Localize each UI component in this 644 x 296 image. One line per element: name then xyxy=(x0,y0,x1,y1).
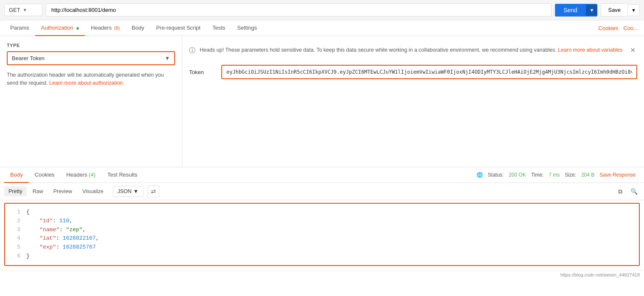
code-line-4: 4 "iat": 1628822167, xyxy=(5,234,639,243)
size-value: 204 B xyxy=(581,172,594,178)
save-button-group: Save ▼ xyxy=(601,3,640,17)
tab-authorization-label: Authorization xyxy=(41,25,73,31)
alert-close-icon[interactable]: ✕ xyxy=(628,46,637,54)
wrap-button[interactable]: ⇄ xyxy=(148,185,159,197)
format-bar: Pretty Raw Preview Visualize JSON ▼ ⇄ ⧉ … xyxy=(0,183,644,200)
alert-message: Heads up! These parameters hold sensitiv… xyxy=(200,47,557,53)
status-label: Status: xyxy=(488,172,504,178)
learn-variables-link[interactable]: Learn more about variables xyxy=(558,47,622,53)
search-button[interactable]: 🔍 xyxy=(628,185,640,197)
code-line-2: 2 "id": 110, xyxy=(5,217,639,226)
response-tab-headers[interactable]: Headers (4) xyxy=(61,167,102,183)
authorization-dot xyxy=(76,27,79,30)
alert-box: ⓘ Heads up! These parameters hold sensit… xyxy=(189,42,637,59)
tab-tests[interactable]: Tests xyxy=(206,20,231,36)
coo-link[interactable]: Coo... xyxy=(622,21,640,36)
format-tab-visualize[interactable]: Visualize xyxy=(78,186,108,196)
alert-text: Heads up! These parameters hold sensitiv… xyxy=(200,46,624,54)
save-button[interactable]: Save xyxy=(601,3,627,17)
auth-description: The authorization header will be automat… xyxy=(7,71,175,87)
method-label: GET xyxy=(9,7,20,13)
response-tabs: Body Cookies Headers (4) Test Results 🌐 … xyxy=(0,167,644,183)
response-code-area[interactable]: 1 { 2 "id": 110, 3 "name": "zep", 4 "iat… xyxy=(4,203,640,266)
token-row: Token xyxy=(189,65,637,79)
response-tab-cookies[interactable]: Cookies xyxy=(29,167,61,183)
copy-button[interactable]: ⧉ xyxy=(614,185,626,197)
learn-more-link[interactable]: Learn more about authorization xyxy=(49,80,123,86)
format-chevron-icon: ▼ xyxy=(133,188,138,194)
headers-badge: (8) xyxy=(114,25,120,30)
time-label: Time: xyxy=(531,172,544,178)
method-select[interactable]: GET ▼ xyxy=(4,4,42,16)
save-response-link[interactable]: Save Response xyxy=(599,172,636,178)
code-line-1: 1 { xyxy=(5,208,639,217)
response-headers-badge: (4) xyxy=(89,172,95,178)
time-value: 7 ms xyxy=(549,172,560,178)
send-button[interactable]: Send xyxy=(555,4,586,17)
url-bar: GET ▼ Send ▼ Save ▼ xyxy=(0,0,644,20)
response-section: Body Cookies Headers (4) Test Results 🌐 … xyxy=(0,167,644,270)
save-dropdown-button[interactable]: ▼ xyxy=(627,4,640,16)
auth-left-panel: TYPE Bearer Token ▼ The authorization he… xyxy=(0,36,182,167)
tab-authorization[interactable]: Authorization xyxy=(35,20,85,36)
alert-icon: ⓘ xyxy=(189,47,195,55)
response-tab-body[interactable]: Body xyxy=(4,167,29,183)
format-tab-preview[interactable]: Preview xyxy=(49,186,76,196)
send-button-group: Send ▼ xyxy=(555,4,598,17)
auth-right-panel: ⓘ Heads up! These parameters hold sensit… xyxy=(182,36,644,167)
code-line-6: 6 } xyxy=(5,252,639,261)
status-value: 200 OK xyxy=(509,172,526,178)
token-input[interactable] xyxy=(221,65,637,79)
cookies-link[interactable]: Cookies xyxy=(595,21,622,36)
globe-icon: 🌐 xyxy=(477,172,483,178)
response-tab-test-results[interactable]: Test Results xyxy=(101,167,143,183)
type-chevron-icon: ▼ xyxy=(164,55,170,61)
tab-settings[interactable]: Settings xyxy=(231,20,263,36)
type-label: TYPE xyxy=(7,43,175,48)
send-dropdown-button[interactable]: ▼ xyxy=(586,5,598,16)
code-line-3: 3 "name": "zep", xyxy=(5,226,639,235)
url-input[interactable] xyxy=(46,3,552,17)
main-content: TYPE Bearer Token ▼ The authorization he… xyxy=(0,36,644,167)
response-meta: 🌐 Status: 200 OK Time: 7 ms Size: 204 B … xyxy=(472,172,640,178)
footer-url: https://blog.csdn.net/weixin_44827418 xyxy=(0,270,644,279)
type-value: Bearer Token xyxy=(12,55,45,61)
format-tab-pretty[interactable]: Pretty xyxy=(4,186,27,196)
learn-more-text: Learn more about authorization xyxy=(49,80,123,86)
tab-headers[interactable]: Headers (8) xyxy=(85,20,125,36)
tab-params[interactable]: Params xyxy=(4,20,35,36)
format-select[interactable]: JSON ▼ xyxy=(113,186,143,197)
request-tabs: Params Authorization Headers (8) Body Pr… xyxy=(0,20,644,36)
method-chevron-icon: ▼ xyxy=(23,8,27,12)
code-line-5: 5 "exp": 1628825767 xyxy=(5,243,639,252)
type-select[interactable]: Bearer Token ▼ xyxy=(7,51,175,65)
learn-variables-text: Learn more about variables xyxy=(558,47,622,53)
format-value: JSON xyxy=(117,188,131,194)
token-label: Token xyxy=(189,69,215,75)
size-label: Size: xyxy=(565,172,576,178)
tab-prerequest[interactable]: Pre-request Script xyxy=(150,20,206,36)
tab-body[interactable]: Body xyxy=(126,20,151,36)
format-tab-raw[interactable]: Raw xyxy=(28,186,47,196)
